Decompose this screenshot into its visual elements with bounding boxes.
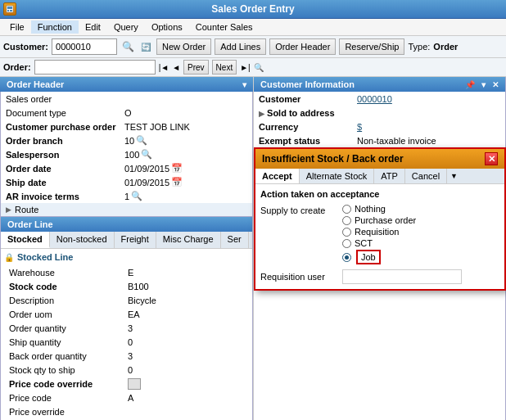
dialog-tabs-more[interactable]: ▼	[447, 169, 461, 183]
app-icon	[3, 2, 16, 16]
radio-requisition[interactable]: Requisition	[342, 227, 416, 237]
prev-button[interactable]: Prev	[183, 60, 209, 75]
field-ship-date: Ship date 01/09/2015 📅	[1, 175, 252, 189]
customer-label: Customer:	[3, 42, 48, 52]
ci-customer: Customer 0000010	[254, 92, 505, 106]
order-line-tabs: Stocked Non-stocked Freight Misc Charge …	[1, 232, 252, 249]
menu-function[interactable]: Function	[31, 20, 79, 34]
order-label: Order:	[3, 62, 31, 72]
customer-info-pin-icon[interactable]: 📌	[465, 80, 475, 89]
dialog-close-button[interactable]: ✕	[485, 152, 498, 165]
stocked-line-content: 🔒 Stocked Line Warehouse E Stock code B1…	[1, 249, 252, 420]
dialog-title: Insufficient Stock / Back order ✕	[255, 149, 504, 169]
field-price-code: Price code A	[4, 391, 249, 404]
menu-edit[interactable]: Edit	[79, 20, 107, 34]
action-section-title: Action taken on acceptance	[260, 189, 499, 199]
customer-input[interactable]	[52, 38, 117, 55]
add-lines-button[interactable]: Add Lines	[215, 38, 266, 55]
order-header-title: Order Header ▾	[0, 77, 253, 92]
tab-misc-charge[interactable]: Misc Charge	[156, 232, 221, 248]
order-line-title: Order Line	[1, 217, 252, 232]
tab-stocked[interactable]: Stocked	[1, 232, 50, 248]
reserve-ship-button[interactable]: Reserve/Ship	[339, 38, 404, 55]
radio-po-circle[interactable]	[342, 216, 351, 225]
svg-rect-1	[7, 7, 12, 9]
field-sales-order: Sales order	[1, 92, 252, 106]
radio-job-circle[interactable]	[342, 253, 351, 262]
customer-info-collapse[interactable]: ▾	[481, 80, 486, 89]
ship-date-calendar[interactable]: 📅	[171, 177, 183, 187]
tab-ser[interactable]: Ser	[221, 232, 249, 248]
branch-search-icon[interactable]: 🔍	[136, 135, 147, 146]
menu-bar: File Function Edit Query Options Counter…	[0, 19, 506, 36]
toolbar: Customer: 🔍 🔄 New Order Add Lines Order …	[0, 36, 506, 58]
lock-icon: 🔒	[4, 253, 14, 262]
order-header-button[interactable]: Order Header	[269, 38, 336, 55]
radio-purchase-order[interactable]: Purchase order	[342, 215, 416, 225]
sold-to-expand[interactable]: ▶	[259, 110, 264, 118]
radio-req-circle[interactable]	[342, 228, 351, 237]
supply-options: Nothing Purchase order Requisition SCT	[342, 204, 416, 264]
svg-rect-3	[10, 10, 12, 11]
menu-file[interactable]: File	[3, 20, 31, 34]
window-title: Sales Order Entry	[211, 3, 294, 15]
new-order-button[interactable]: New Order	[156, 38, 211, 55]
tab-non-stocked[interactable]: Non-stocked	[50, 232, 115, 248]
field-price-code-override: Price code override	[4, 377, 249, 391]
supply-label: Supply to create	[260, 204, 342, 215]
search-icon[interactable]: 🔍	[254, 63, 264, 72]
salesperson-search-icon[interactable]: 🔍	[141, 149, 152, 160]
dialog-tab-atp[interactable]: ATP	[374, 169, 405, 183]
field-salesperson: Salesperson 100 🔍	[1, 147, 252, 161]
customer-search-icon[interactable]: 🔍	[120, 39, 135, 54]
field-description: Description Bicycle	[4, 293, 249, 307]
svg-rect-2	[7, 10, 9, 11]
radio-job[interactable]: Job	[342, 250, 416, 264]
dialog-tab-accept[interactable]: Accept	[255, 169, 300, 183]
dialog-tabs: Accept Alternate Stock ATP Cancel ▼	[255, 169, 504, 184]
field-price-override: Price override	[4, 404, 249, 418]
last-icon[interactable]: ►|	[240, 63, 251, 72]
customer-info-close[interactable]: ✕	[492, 80, 499, 89]
menu-counter-sales[interactable]: Counter Sales	[189, 20, 260, 34]
refresh-icon[interactable]: 🔄	[138, 39, 153, 54]
stocked-line-header: 🔒 Stocked Line	[4, 252, 249, 262]
menu-options[interactable]: Options	[145, 20, 189, 34]
req-user-label: Requisition user	[260, 272, 342, 282]
route-expand-icon[interactable]: ▶	[6, 205, 11, 214]
menu-query[interactable]: Query	[107, 20, 145, 34]
field-order-date: Order date 01/09/2015 📅	[1, 161, 252, 175]
order-header-collapse[interactable]: ▾	[242, 80, 246, 89]
ci-sold-to: ▶ Sold to address	[254, 106, 505, 120]
order-input[interactable]	[34, 60, 156, 75]
dialog-content: Action taken on acceptance Supply to cre…	[255, 184, 504, 289]
dialog-tab-cancel[interactable]: Cancel	[405, 169, 447, 183]
field-order-uom: Order uom EA	[4, 307, 249, 321]
supply-row: Supply to create Nothing Purchase order …	[260, 204, 499, 264]
job-selected-value: Job	[356, 250, 381, 264]
field-cust-po: Customer purchase order TEST JOB LINK	[1, 120, 252, 133]
price-code-override-checkbox[interactable]	[128, 378, 141, 390]
order-date-calendar[interactable]: 📅	[171, 163, 183, 174]
radio-nothing-circle[interactable]	[342, 205, 351, 214]
ci-exempt: Exempt status Non-taxable invoice	[254, 133, 505, 147]
ci-currency: Currency $	[254, 120, 505, 133]
next-button[interactable]: Next	[212, 60, 237, 75]
tab-freight[interactable]: Freight	[115, 232, 156, 248]
req-user-input[interactable]	[342, 269, 462, 284]
radio-sct[interactable]: SCT	[342, 238, 416, 248]
req-user-row: Requisition user	[260, 269, 499, 284]
field-order-qty: Order quantity 3	[4, 321, 249, 335]
order-bar: Order: |◄ ◄ Prev Next ►| 🔍	[0, 58, 506, 77]
customer-info-title: Customer Information 📌 ▾ ✕	[254, 77, 505, 92]
field-backorder-qty: Back order quantity 3	[4, 349, 249, 363]
prev-icon[interactable]: ◄	[172, 63, 180, 72]
radio-nothing[interactable]: Nothing	[342, 204, 416, 214]
field-ar-terms: AR invoice terms 1 🔍	[1, 189, 252, 203]
first-icon[interactable]: |◄	[159, 63, 169, 72]
radio-sct-circle[interactable]	[342, 239, 351, 248]
insufficient-stock-dialog: Insufficient Stock / Back order ✕ Accept…	[254, 147, 506, 291]
dialog-tab-alternate[interactable]: Alternate Stock	[300, 169, 375, 183]
ar-terms-search-icon[interactable]: 🔍	[131, 191, 142, 201]
left-panel: Order Header ▾ Sales order Document type…	[0, 77, 254, 420]
